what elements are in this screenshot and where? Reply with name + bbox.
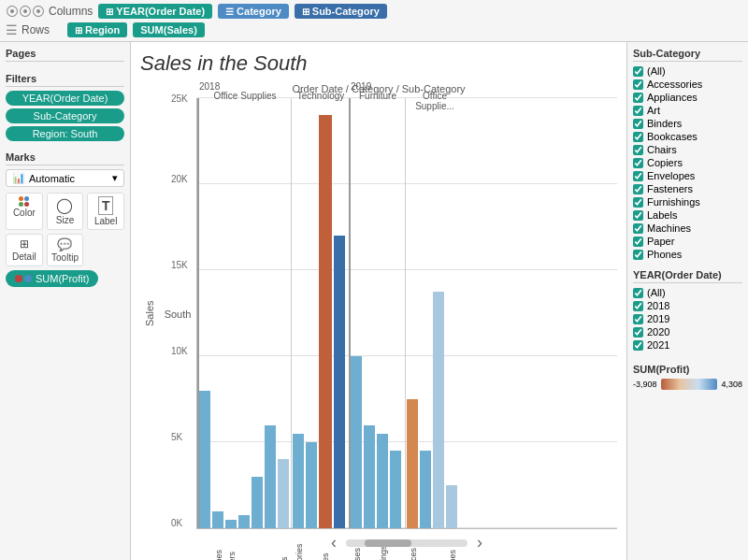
filter-furnishings: Furnishings <box>633 196 742 208</box>
row-label: South <box>159 98 196 529</box>
region-pill[interactable]: ⊞ Region <box>67 22 127 37</box>
checkbox-chairs[interactable] <box>633 145 643 155</box>
bar-supplies-2018 <box>278 459 289 528</box>
checkbox-art[interactable] <box>633 106 643 116</box>
toolbar: ⦿⦿⦿ Columns ⊞ YEAR(Order Date) ☰ Categor… <box>0 0 748 42</box>
cat-div-furn-os-2019 <box>405 98 406 528</box>
tooltip-icon: 💬 <box>57 237 72 251</box>
xlabel-paper: Paper <box>253 528 263 560</box>
detail-button[interactable]: ⊞ Detail <box>6 234 43 266</box>
sum-sales-pill[interactable]: SUM(Sales) <box>133 22 205 37</box>
checkbox-2021[interactable] <box>633 340 643 351</box>
color-icon <box>19 196 29 207</box>
xlabel-labels: Labels <box>240 528 250 560</box>
checkbox-phones[interactable] <box>633 250 643 260</box>
checkbox-machines[interactable] <box>633 223 643 234</box>
y-tick-10k: 10K <box>171 346 188 356</box>
checkbox-furnishings[interactable] <box>633 197 643 208</box>
year-filter-title: YEAR(Order Date) <box>633 269 742 283</box>
filter-phones: Phones <box>633 249 742 260</box>
filter-all: (All) <box>633 65 742 77</box>
dot-1 <box>15 275 22 282</box>
checkbox-all[interactable] <box>633 66 643 77</box>
checkbox-binders[interactable] <box>633 119 643 129</box>
year-2019: 2019 <box>633 313 742 324</box>
y-tick-20k: 20K <box>171 174 188 184</box>
bar-envelopes-2019 <box>446 485 457 528</box>
main-content: Pages Filters YEAR(Order Date) Sub-Categ… <box>0 42 748 560</box>
bar-storage-2018 <box>265 425 276 528</box>
filter-fasteners: Fasteners <box>633 183 742 194</box>
checkbox-copiers[interactable] <box>633 158 643 168</box>
xlabel-copiers: Copiers <box>308 528 317 560</box>
color-bar-container: -3,908 4,308 <box>633 379 742 390</box>
checkbox-2020[interactable] <box>633 327 643 337</box>
checkbox-bookcases[interactable] <box>633 132 643 142</box>
sum-profit-container: SUM(Profit) <box>6 270 124 287</box>
size-button[interactable]: ◯ Size <box>47 193 84 230</box>
bar-chairs-2019 <box>364 425 375 528</box>
color-button[interactable]: Color <box>6 193 43 230</box>
y-tick-5k: 5K <box>171 432 182 442</box>
y-tick-0: 0K <box>171 518 182 528</box>
filter-bookcases: Bookcases <box>633 131 742 142</box>
checkbox-accessories[interactable] <box>633 79 643 90</box>
legend-title: SUM(Profit) <box>633 364 742 375</box>
next-button[interactable]: › <box>477 533 482 553</box>
chart-title: Sales in the South <box>140 51 617 76</box>
filter-labels: Labels <box>633 209 742 221</box>
year-all: (All) <box>633 287 742 298</box>
chart-wrapper: Order Date / Category / Sub-Category Sal… <box>140 83 617 554</box>
checkbox-2019[interactable] <box>633 314 643 324</box>
scroll-bar[interactable] <box>346 539 468 547</box>
filter-appliances: Appliances <box>633 92 742 103</box>
grid-15k <box>197 269 617 270</box>
bar-copiers-2018 <box>306 442 317 528</box>
year-order-date-pill[interactable]: ⊞ YEAR(Order Date) <box>98 4 212 19</box>
left-sidebar: Pages Filters YEAR(Order Date) Sub-Categ… <box>0 42 131 560</box>
sum-profit-pill[interactable]: SUM(Profit) <box>6 270 98 287</box>
bar-paper-2018 <box>252 477 263 528</box>
bar-phones-2018 <box>334 236 345 528</box>
filter-region[interactable]: Region: South <box>6 126 124 141</box>
chart-area: Sales in the South Order Date / Category… <box>131 42 626 560</box>
pages-title: Pages <box>6 48 124 62</box>
chart-inner: 0K 5K 10K 15K 20K 25K <box>196 98 617 529</box>
checkbox-2018[interactable] <box>633 301 643 311</box>
y-tick-25k: 25K <box>171 93 188 104</box>
sub-category-filter: Sub-Category (All) Accessories Appliance… <box>633 48 742 262</box>
bar-binders-2018 <box>199 391 210 528</box>
grid-20k <box>197 183 617 184</box>
year-2021: 2021 <box>633 339 742 351</box>
checkbox-fasteners[interactable] <box>633 184 643 194</box>
filter-subcategory[interactable]: Sub-Category <box>6 108 124 123</box>
color-legend: SUM(Profit) -3,908 4,308 <box>633 364 742 390</box>
checkbox-paper[interactable] <box>633 237 643 247</box>
filter-year[interactable]: YEAR(Order Date) <box>6 91 124 106</box>
checkbox-appliances[interactable] <box>633 93 643 103</box>
scroll-thumb[interactable] <box>365 539 411 547</box>
label-button[interactable]: T Label <box>87 193 124 230</box>
filter-envelopes: Envelopes <box>633 170 742 181</box>
tooltip-button[interactable]: 💬 Tooltip <box>47 234 84 266</box>
y-tick-15k: 15K <box>171 260 188 270</box>
rows-label: ☰ Rows <box>6 22 62 37</box>
legend-min: -3,908 <box>633 380 657 389</box>
filters-section: Filters YEAR(Order Date) Sub-Category Re… <box>6 73 124 144</box>
legend-max: 4,308 <box>721 380 742 389</box>
checkbox-labels[interactable] <box>633 210 643 221</box>
y-axis-label: Sales <box>140 98 159 529</box>
category-pill[interactable]: ☰ Category <box>218 4 289 19</box>
year-2018: 2018 <box>633 300 742 311</box>
rows-icon: ☰ <box>6 22 18 37</box>
xlabel-envelopes: Envelopes <box>214 528 223 560</box>
bar-fasteners-2018 <box>225 520 237 528</box>
xlabel-machines: Machines <box>321 528 330 560</box>
checkbox-envelopes[interactable] <box>633 171 643 181</box>
marks-type-dropdown[interactable]: 📊 Automatic ▾ <box>6 169 124 187</box>
checkbox-year-all[interactable] <box>633 288 643 298</box>
sub-cat-label-tech-2018: Technology <box>293 91 349 101</box>
sub-category-pill[interactable]: ⊞ Sub-Category <box>295 4 387 19</box>
dot-2 <box>24 275 32 282</box>
columns-row: ⦿⦿⦿ Columns ⊞ YEAR(Order Date) ☰ Categor… <box>6 4 742 19</box>
